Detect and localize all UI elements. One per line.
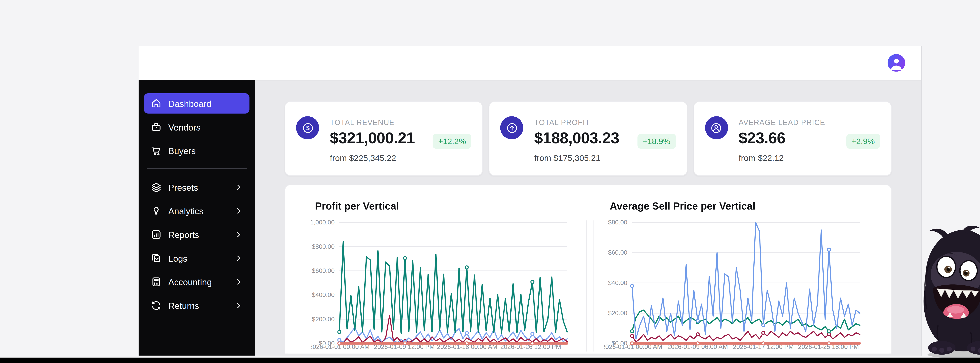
stat-change-badge: +18.9% xyxy=(637,134,676,149)
user-circle-icon xyxy=(710,121,723,134)
screen-background: DashboardVendorsBuyersPresetsAnalyticsRe… xyxy=(0,0,980,363)
app-window: DashboardVendorsBuyersPresetsAnalyticsRe… xyxy=(138,46,922,356)
arrow-up-circle-icon xyxy=(506,121,519,134)
user-avatar-icon xyxy=(888,54,905,72)
briefcase-icon xyxy=(151,122,162,132)
sidebar-list: DashboardVendorsBuyersPresetsAnalyticsRe… xyxy=(138,80,255,316)
stat-value: $188,003.23 xyxy=(534,129,619,147)
chevron-right-icon xyxy=(235,231,243,239)
stat-card-average-lead-price: AVERAGE LEAD PRICE$23.66+2.9%from $22.12 xyxy=(693,101,892,176)
charts-divider-line xyxy=(586,220,587,352)
chevron-right-icon xyxy=(235,183,243,191)
svg-text:$80.00: $80.00 xyxy=(608,219,627,226)
chevron-right-icon xyxy=(235,254,243,262)
chart-title-sell-price: Average Sell Price per Vertical xyxy=(610,200,756,212)
sidebar-item-logs[interactable]: Logs xyxy=(144,248,250,268)
charts-card: Profit per Vertical Average Sell Price p… xyxy=(285,185,892,353)
sidebar-item-label: Logs xyxy=(169,253,188,263)
stat-value: $321,000.21 xyxy=(330,129,415,147)
sidebar-item-reports[interactable]: Reports xyxy=(144,224,250,245)
bottom-black-bar xyxy=(0,358,980,363)
sidebar-divider xyxy=(146,168,247,169)
top-bar xyxy=(138,46,921,80)
furry-monster-mascot-image xyxy=(911,226,980,360)
svg-text:$: $ xyxy=(306,124,309,131)
stat-card-total-revenue: $TOTAL REVENUE$321,000.21+12.2%from $225… xyxy=(285,101,483,176)
charts-divider-line xyxy=(593,220,593,352)
svg-text:$60.00: $60.00 xyxy=(608,249,627,256)
lightbulb-icon xyxy=(151,205,162,216)
sidebar-item-label: Vendors xyxy=(169,122,201,132)
refresh-icon xyxy=(151,300,162,311)
sidebar-nav: DashboardVendorsBuyersPresetsAnalyticsRe… xyxy=(138,80,255,355)
dollar-circle-icon: $ xyxy=(301,121,314,134)
bar-chart-icon xyxy=(151,229,162,240)
stat-label: AVERAGE LEAD PRICE xyxy=(739,118,826,126)
sidebar-item-label: Returns xyxy=(169,301,199,310)
stat-value: $23.66 xyxy=(739,129,786,147)
chevron-right-icon xyxy=(235,207,243,215)
svg-text:$20.00: $20.00 xyxy=(608,309,627,317)
stage: DashboardVendorsBuyersPresetsAnalyticsRe… xyxy=(0,0,980,363)
clipboard-check-icon xyxy=(151,253,162,264)
profit-per-vertical-chart[interactable]: $1,000.00$800.00$600.00$400.00$200.00$0.… xyxy=(311,218,571,353)
cart-icon xyxy=(151,145,162,156)
sidebar-item-label: Analytics xyxy=(169,206,204,216)
average-sell-price-chart[interactable]: $80.00$60.00$40.00$20.00$0.002026-01-01 … xyxy=(604,218,863,353)
stat-icon-circle xyxy=(705,116,728,139)
stat-label: TOTAL PROFIT xyxy=(534,118,590,126)
stat-icon-circle: $ xyxy=(296,116,319,139)
svg-text:$600.00: $600.00 xyxy=(312,267,334,274)
svg-text:$200.00: $200.00 xyxy=(312,315,334,323)
home-icon xyxy=(151,98,162,109)
chart-title-profit: Profit per Vertical xyxy=(315,200,399,212)
sidebar-item-dashboard[interactable]: Dashboard xyxy=(144,93,250,113)
sidebar-item-label: Accounting xyxy=(169,277,212,287)
stat-card-total-profit: TOTAL PROFIT$188,003.23+18.9%from $175,3… xyxy=(489,101,687,176)
chevron-right-icon xyxy=(235,301,243,309)
stat-label: TOTAL REVENUE xyxy=(330,118,395,126)
sidebar-item-returns[interactable]: Returns xyxy=(144,295,250,315)
sidebar-item-buyers[interactable]: Buyers xyxy=(144,140,250,161)
stat-change-badge: +2.9% xyxy=(846,134,880,149)
svg-text:$400.00: $400.00 xyxy=(312,291,334,298)
sidebar-item-label: Dashboard xyxy=(169,99,211,108)
sidebar-item-presets[interactable]: Presets xyxy=(144,177,250,197)
svg-text:$1,000.00: $1,000.00 xyxy=(311,219,335,226)
stat-previous-value: from $175,305.21 xyxy=(534,153,601,163)
stats-row: $TOTAL REVENUE$321,000.21+12.2%from $225… xyxy=(285,101,892,176)
user-avatar-button[interactable] xyxy=(888,54,905,72)
stat-previous-value: from $22.12 xyxy=(739,153,784,163)
layers-icon xyxy=(151,182,162,193)
stat-icon-circle xyxy=(500,116,523,139)
sidebar-item-accounting[interactable]: Accounting xyxy=(144,272,250,292)
sidebar-item-label: Buyers xyxy=(169,146,196,156)
chevron-right-icon xyxy=(235,278,243,286)
sidebar-item-analytics[interactable]: Analytics xyxy=(144,201,250,221)
stat-change-badge: +12.2% xyxy=(433,134,471,149)
sidebar-item-vendors[interactable]: Vendors xyxy=(144,117,250,137)
stat-previous-value: from $225,345.22 xyxy=(330,153,396,163)
sidebar-item-label: Reports xyxy=(169,229,199,240)
main-content: $TOTAL REVENUE$321,000.21+12.2%from $225… xyxy=(255,80,921,355)
svg-text:$800.00: $800.00 xyxy=(312,243,334,250)
sidebar-item-label: Presets xyxy=(169,182,198,193)
calculator-icon xyxy=(151,277,162,287)
svg-text:$40.00: $40.00 xyxy=(608,279,627,287)
